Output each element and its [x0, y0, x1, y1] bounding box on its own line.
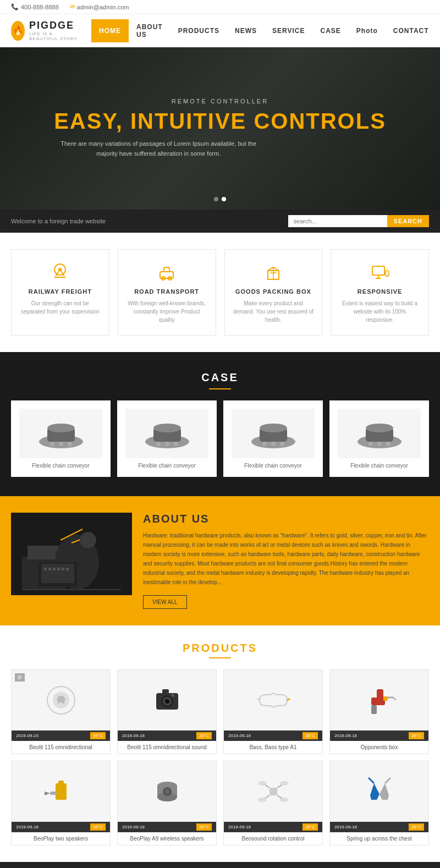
feature-desc-3: Make every product and demand. You use r… [233, 299, 314, 324]
hero-section: REMOTE CONTROLLER EASY, INTUITIVE CONTRO… [0, 47, 440, 210]
nav-news[interactable]: NEWS [227, 19, 265, 42]
product-img-4 [330, 670, 428, 730]
about-image [11, 513, 132, 595]
product-img-6 [118, 761, 216, 822]
search-form: SEARCH [288, 215, 429, 227]
svg-rect-46 [57, 568, 60, 570]
product-card-3[interactable]: 2019-09-18 28°C Bass, Bass type A1 [223, 669, 323, 754]
svg-rect-31 [386, 442, 391, 446]
nav-products[interactable]: PRODUCTS [170, 19, 227, 42]
nav-case[interactable]: CASE [313, 19, 349, 42]
nav-home[interactable]: HOME [91, 19, 129, 42]
product-date-bar-1: 2019-09-23 34°C [12, 730, 110, 741]
product-card-2[interactable]: 2019-09-18 28°C Beolit 115 omnidirection… [117, 669, 217, 754]
case-underline [209, 388, 231, 389]
case-item-3[interactable]: Flexible chain conveyor [223, 400, 323, 477]
main-nav: 🔥 PIGDGE LIFE IS A BEAUTIFUL STORY HOME … [0, 14, 440, 47]
box-icon [262, 261, 284, 283]
svg-rect-73 [58, 781, 64, 785]
product-date-8: 2019-09-18 [334, 825, 357, 829]
svg-point-57 [53, 700, 58, 704]
product-img-1: 新 [12, 670, 110, 730]
phone-icon: 📞 [11, 3, 19, 10]
product-date-5: 2019-09-18 [16, 825, 38, 829]
svg-rect-26 [271, 442, 276, 446]
product-badge-1: 新 [15, 673, 25, 682]
hero-dot-2[interactable] [222, 197, 226, 201]
svg-line-71 [393, 697, 396, 700]
case-item-1[interactable]: Flexible chain conveyor [11, 400, 111, 477]
nav-links: HOME ABOUT US PRODUCTS NEWS SERVICE CASE… [91, 15, 437, 46]
product-temp-6: 28°C [196, 823, 212, 831]
case-section: CASE Flexible chain conveyor [0, 352, 440, 496]
case-grid: Flexible chain conveyor Flexible chain c… [11, 400, 429, 477]
case-item-2[interactable]: Flexible chain conveyor [117, 400, 217, 477]
email-address: admin@admin.com [77, 4, 129, 10]
product-name-4: Opponents box [330, 741, 428, 754]
svg-rect-13 [68, 442, 72, 446]
product-img-7 [224, 761, 322, 822]
svg-rect-72 [56, 783, 67, 800]
hero-content: REMOTE CONTROLLER EASY, INTUITIVE CONTRO… [54, 98, 386, 158]
svg-rect-67 [371, 697, 385, 705]
svg-point-1 [58, 268, 62, 271]
nav-contact[interactable]: CONTACT [386, 19, 437, 42]
about-section: ABOUT US Hardware: traditional hardware … [0, 496, 440, 625]
view-all-button[interactable]: VIEW ALL [143, 595, 187, 609]
search-button[interactable]: SEARCH [387, 215, 429, 227]
feature-card-1: RAILWAY FREIGHT Our strength can not be … [11, 249, 109, 336]
svg-point-53 [59, 691, 63, 696]
search-input[interactable] [288, 215, 387, 227]
product-date-bar-4: 2019-09-18 28°C [330, 730, 428, 741]
hero-title-white: INTUITIVE CONTROLS [130, 109, 386, 133]
hero-title-yellow: EASY, [54, 109, 123, 133]
road-icon [156, 261, 178, 283]
product-date-bar-7: 2019-09-18 28°C [224, 822, 322, 832]
product-date-7: 2019-09-18 [228, 825, 251, 829]
case-img-4 [338, 409, 421, 458]
hero-dot-1[interactable] [214, 197, 218, 201]
svg-point-8 [387, 275, 388, 276]
product-card-1[interactable]: 新 2019-09-23 34°C Beolit 115 [11, 669, 111, 754]
product-card-7[interactable]: 2019-09-18 28°C Beosound rotation contro… [223, 761, 323, 845]
product-card-5[interactable]: 2019-09-18 28°C BeoPlay two speakers [11, 761, 111, 845]
product-temp-2: 28°C [196, 732, 212, 739]
svg-rect-69 [371, 705, 377, 714]
svg-rect-6 [372, 266, 384, 275]
product-temp-5: 28°C [90, 823, 106, 831]
responsive-icon [369, 261, 391, 283]
svg-rect-47 [62, 568, 64, 570]
product-card-6[interactable]: 2019-09-18 28°C BeoPlay A9 wireless spea… [117, 761, 217, 845]
case-title: CASE [11, 371, 429, 384]
about-desc: Hardware: traditional hardware products,… [143, 531, 429, 587]
svg-point-55 [64, 700, 69, 704]
svg-point-56 [59, 702, 63, 707]
product-date-1: 2019-09-23 [16, 733, 38, 738]
product-card-8[interactable]: 2019-09-18 28°C Spring up across the che… [329, 761, 429, 845]
product-name-2: Beolit 115 omnidirectional sound [118, 741, 216, 754]
product-card-4[interactable]: 2019-09-18 28°C Opponents box [329, 669, 429, 754]
feature-card-2: ROAD TRANSPORT With foreign well-known b… [118, 249, 216, 336]
logo[interactable]: 🔥 PIGDGE LIFE IS A BEAUTIFUL STORY [11, 14, 80, 47]
hero-dots [214, 197, 226, 201]
about-content: ABOUT US Hardware: traditional hardware … [143, 513, 429, 609]
nav-about[interactable]: ABOUT US [129, 15, 170, 46]
hero-desc: There are many variations of passages of… [54, 139, 263, 158]
feature-title-4: RESPONSIVE [339, 288, 420, 295]
svg-rect-24 [262, 442, 267, 446]
logo-name: PIGDGE [29, 20, 80, 31]
nav-service[interactable]: SERVICE [265, 19, 312, 42]
case-item-4[interactable]: Flexible chain conveyor [329, 400, 429, 477]
features-section: RAILWAY FREIGHT Our strength can not be … [0, 233, 440, 352]
product-date-bar-5: 2019-09-18 28°C [12, 822, 110, 832]
svg-point-54 [64, 694, 69, 699]
svg-point-29 [366, 424, 393, 432]
svg-rect-32 [377, 442, 382, 446]
svg-point-87 [258, 798, 267, 802]
nav-photo[interactable]: Photo [349, 19, 386, 42]
feature-desc-4: Extent is easiest way to build a website… [339, 299, 420, 324]
product-img-8 [330, 761, 428, 822]
svg-rect-30 [369, 442, 373, 446]
hero-title: EASY, INTUITIVE CONTROLS [54, 109, 386, 134]
case-img-1 [19, 409, 102, 458]
